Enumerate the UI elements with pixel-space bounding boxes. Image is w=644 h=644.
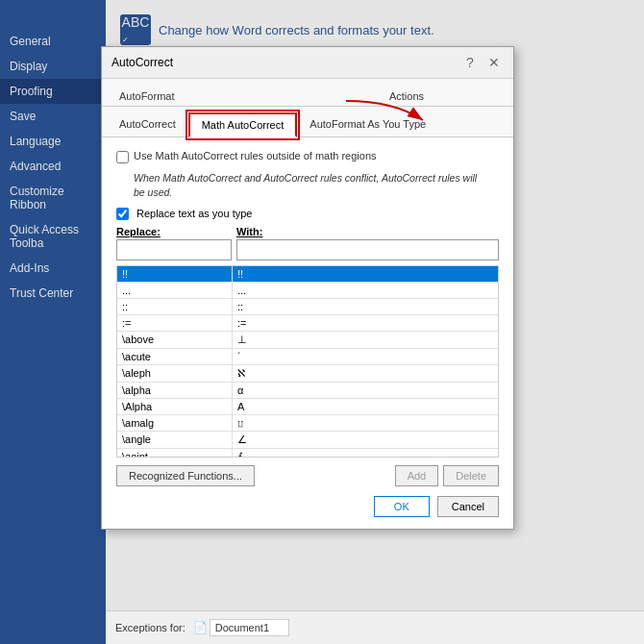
tab-row-1: AutoFormat Actions [102,79,513,107]
document-dropdown[interactable]: Document1 [210,619,289,636]
tab-autocorrect[interactable]: AutoCorrect [107,112,188,137]
replace-input[interactable] [116,239,232,260]
cancel-button[interactable]: Cancel [437,496,499,517]
table-row[interactable]: \angle∠ [117,432,498,449]
recognized-functions-button[interactable]: Recognized Functions... [116,465,255,486]
table-row[interactable]: \acute´ [117,349,498,365]
replace-checkbox[interactable] [116,208,129,220]
document-value: Document1 [215,622,269,633]
table-row[interactable]: !!!! [117,266,498,283]
buttons-row: Recognized Functions... Add Delete [116,465,499,486]
table-cell-replace: :: [117,299,233,314]
table-cell-replace: \acute [117,349,233,364]
dialog-title-bar: AutoCorrect ? ✕ [102,47,513,79]
table-cell-with: ´ [233,349,498,364]
table-cell-replace: \amalg [117,415,233,431]
table-row[interactable]: \alphaα [117,383,498,399]
title-controls: ? ✕ [460,53,504,72]
table-cell-with: ⨿ [233,415,498,431]
delete-button[interactable]: Delete [443,465,499,486]
bottom-bar: Exceptions for: 📄 Document1 [106,610,644,644]
table-row[interactable]: \amalg⨿ [117,415,498,432]
table-cell-replace: \alpha [117,383,233,398]
table-cell-with: :: [233,299,498,314]
table-cell-with: α [233,383,498,398]
use-outside-math-row: Use Math AutoCorrect rules outside of ma… [116,149,499,163]
table-row[interactable]: ...... [117,283,498,299]
table-cell-replace: \above [117,332,233,348]
use-outside-math-label[interactable]: Use Math AutoCorrect rules outside of ma… [134,149,377,163]
tab-math-autocorrect[interactable]: Math AutoCorrect [188,112,298,137]
dialog-content: Use Math AutoCorrect rules outside of ma… [102,137,513,529]
with-column-header: With: [236,226,499,237]
table-row[interactable]: \above⊥ [117,332,498,349]
table-cell-replace: := [117,315,233,331]
table-cell-replace: \aoint [117,449,233,458]
table-cell-with: ... [233,283,498,298]
exceptions-label: Exceptions for: [115,622,186,633]
column-headers: Replace: With: [116,226,499,237]
italic-note: When Math AutoCorrect and AutoCorrect ru… [134,171,499,199]
table-cell-with: ℵ [233,365,498,382]
ok-cancel-row: OK Cancel [116,496,499,517]
use-outside-math-checkbox[interactable] [116,151,129,163]
table-cell-with: ∠ [233,432,498,448]
table-cell-replace: \angle [117,432,233,448]
table-cell-replace: ... [117,283,233,298]
replace-column-header: Replace: [116,226,232,237]
table-cell-replace: \Alpha [117,399,233,414]
add-button[interactable]: Add [395,465,439,486]
table-cell-replace: !! [117,266,233,282]
table-cell-replace: \aleph [117,365,233,382]
table-cell-with: := [233,315,498,331]
table-row[interactable]: \alephℵ [117,365,498,383]
table-cell-with: ∮ [233,449,498,458]
table-row[interactable]: \aoint∮ [117,449,498,458]
tab-autoformat[interactable]: AutoFormat [107,85,186,107]
tab-actions[interactable]: Actions [377,85,436,107]
close-button[interactable]: ✕ [484,53,504,72]
ok-button[interactable]: OK [374,496,430,517]
table-cell-with: !! [233,266,498,282]
table-row[interactable]: :::: [117,299,498,315]
input-row [116,239,499,260]
tab-row-2: AutoCorrect Math AutoCorrect AutoFormat … [102,107,513,137]
tab-autoformat-as-you-type[interactable]: AutoFormat As You Type [297,112,438,137]
with-input[interactable] [236,239,499,260]
replace-row: Replace text as you type [116,208,499,220]
table-cell-with: ⊥ [233,332,498,348]
replace-label[interactable]: Replace text as you type [136,208,252,219]
table-cell-with: Α [233,399,498,414]
autocorrect-table: !!!!......:::::=:=\above⊥\acute´\alephℵ\… [116,265,499,458]
autocorrect-dialog: AutoCorrect ? ✕ AutoFormat Actions AutoC… [101,46,514,530]
table-row[interactable]: \AlphaΑ [117,399,498,415]
help-button[interactable]: ? [460,53,480,72]
dialog-title-text: AutoCorrect [111,56,173,69]
table-row[interactable]: :=:= [117,315,498,332]
